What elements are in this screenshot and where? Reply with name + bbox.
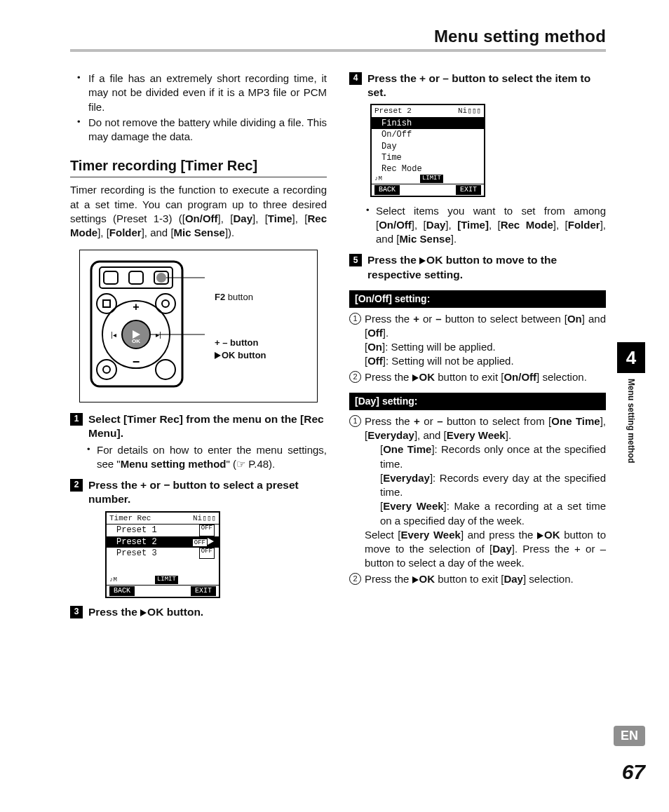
lcd-row: Rec Mode	[372, 163, 484, 175]
lcd-row: Day	[372, 141, 484, 152]
device-illustration: OK + − |◂ ▸|	[87, 257, 206, 394]
svg-rect-2	[104, 271, 118, 284]
svg-point-17	[162, 300, 169, 307]
lcd-screen-items: Preset 2 Ni▯▯▯ Finish On/Off Day Time Re…	[370, 104, 485, 196]
lcd-row: On/Off	[372, 129, 484, 140]
right-column: 4 Press the + or – button to select the …	[349, 72, 606, 622]
play-icon	[412, 371, 419, 383]
play-icon	[537, 529, 544, 541]
play-icon	[419, 254, 426, 266]
note-item: Do not remove the battery while dividing…	[80, 116, 327, 144]
lcd-row-selected: Preset 2OFF	[107, 536, 219, 548]
chapter-tab: 4 Menu setting method	[617, 342, 645, 463]
lcd-screen-preset: Timer Rec Ni▯▯▯ Preset 1OFF Preset 2OFF …	[105, 511, 220, 598]
device-diagram: OK + − |◂ ▸|	[79, 250, 318, 402]
lcd-softkeys: BACKEXIT	[107, 585, 219, 597]
section-title: Timer recording [Timer Rec]	[70, 156, 327, 177]
option-desc: [Off]: Setting will not be applied.	[365, 354, 606, 368]
chapter-number-badge: 4	[617, 342, 645, 373]
svg-text:OK: OK	[132, 338, 140, 344]
lcd-row-selected: Finish	[372, 118, 484, 129]
battery-icon: Ni▯▯▯	[193, 513, 216, 524]
battery-icon: Ni▯▯▯	[458, 106, 481, 116]
step-4-notes: Select items you want to set from among …	[367, 204, 606, 247]
step-5: 5 Press the OK button to move to the res…	[349, 253, 606, 281]
step-text: Press the + or − button to select a pres…	[88, 478, 327, 506]
onoff-steps: Press the + or – button to select betwee…	[349, 312, 606, 384]
step-text: Select [Timer Rec] from the menu on the …	[88, 412, 327, 440]
option-desc: [Everyday]: Records every day at the spe…	[380, 471, 606, 500]
step-number-icon: 4	[349, 72, 362, 85]
lcd-row: Preset 3OFF	[107, 548, 219, 559]
play-icon	[140, 606, 147, 618]
page-number: 67	[622, 760, 645, 784]
section-description: Timer recording is the function to execu…	[70, 183, 327, 240]
svg-point-16	[156, 294, 175, 313]
chapter-tab-label: Menu setting method	[626, 379, 636, 463]
lcd-status-bar: ♪MLIMIT	[372, 175, 484, 184]
note-item: For details on how to enter the menu set…	[88, 443, 327, 472]
substep: Press the OK button to exit [On/Off] sel…	[349, 370, 606, 384]
setting-header-onoff: [On/Off] setting:	[349, 290, 606, 308]
step-4: 4 Press the + or – button to select the …	[349, 72, 606, 100]
substep: Press the OK button to exit [Day] select…	[349, 572, 606, 586]
day-steps: Press the + or – button to select from […	[349, 414, 606, 586]
manual-page: Menu setting method If a file has an ext…	[0, 0, 669, 812]
option-instruction: Select [Every Week] and press the OK but…	[365, 528, 606, 571]
lcd-header: Preset 2 Ni▯▯▯	[372, 105, 484, 118]
callout-buttons: + – button OK button	[215, 337, 310, 361]
svg-point-5	[156, 273, 166, 283]
language-badge: EN	[614, 726, 645, 746]
lcd-softkeys: BACKEXIT	[372, 184, 484, 196]
option-desc: [On]: Setting will be applied.	[365, 340, 606, 354]
svg-point-14	[97, 294, 116, 313]
step-3: 3 Press the OK button.	[70, 605, 327, 619]
svg-text:−: −	[133, 355, 140, 369]
arrow-right-icon	[208, 537, 215, 547]
lcd-status-bar: ♪MLIMIT	[107, 576, 219, 585]
lcd-row: Preset 1OFF	[107, 525, 219, 536]
svg-point-20	[156, 360, 175, 379]
step-2: 2 Press the + or − button to select a pr…	[70, 478, 327, 506]
step-number-icon: 3	[70, 606, 83, 618]
step-text: Press the OK button.	[88, 605, 327, 619]
caution-notes: If a file has an extremely short recordi…	[70, 72, 327, 144]
note-item: If a file has an extremely short recordi…	[80, 72, 327, 114]
step-number-icon: 5	[349, 254, 362, 266]
device-callouts: F2 button + – button OK button	[215, 291, 310, 362]
step-text: Press the + or – button to select the it…	[367, 72, 606, 100]
step-text: Press the OK button to move to the respe…	[367, 253, 606, 281]
lcd-row: Time	[372, 152, 484, 163]
step-1-notes: For details on how to enter the menu set…	[88, 443, 327, 472]
option-desc: [Every Week]: Make a recording at a set …	[380, 499, 606, 528]
step-1: 1 Select [Timer Rec] from the menu on th…	[70, 412, 327, 440]
option-desc: [One Time]: Records only once at the spe…	[380, 442, 606, 471]
svg-text:|◂: |◂	[111, 331, 116, 339]
step-number-icon: 1	[70, 413, 83, 426]
two-column-layout: If a file has an extremely short recordi…	[70, 72, 606, 622]
note-item: Select items you want to set from among …	[367, 204, 606, 247]
svg-point-19	[103, 366, 110, 373]
chapter-title: Menu setting method	[70, 27, 606, 52]
play-icon	[412, 573, 419, 585]
step-number-icon: 2	[70, 479, 83, 492]
callout-f2: F2 button	[215, 291, 310, 304]
lcd-header: Timer Rec Ni▯▯▯	[107, 513, 219, 525]
svg-rect-15	[103, 300, 110, 307]
svg-rect-3	[129, 271, 143, 284]
substep: Press the + or – button to select betwee…	[349, 312, 606, 369]
svg-point-18	[97, 360, 116, 379]
svg-text:+: +	[133, 301, 139, 313]
play-icon	[215, 350, 222, 360]
left-column: If a file has an extremely short recordi…	[70, 72, 327, 622]
substep: Press the + or – button to select from […	[349, 414, 606, 571]
setting-header-day: [Day] setting:	[349, 393, 606, 410]
